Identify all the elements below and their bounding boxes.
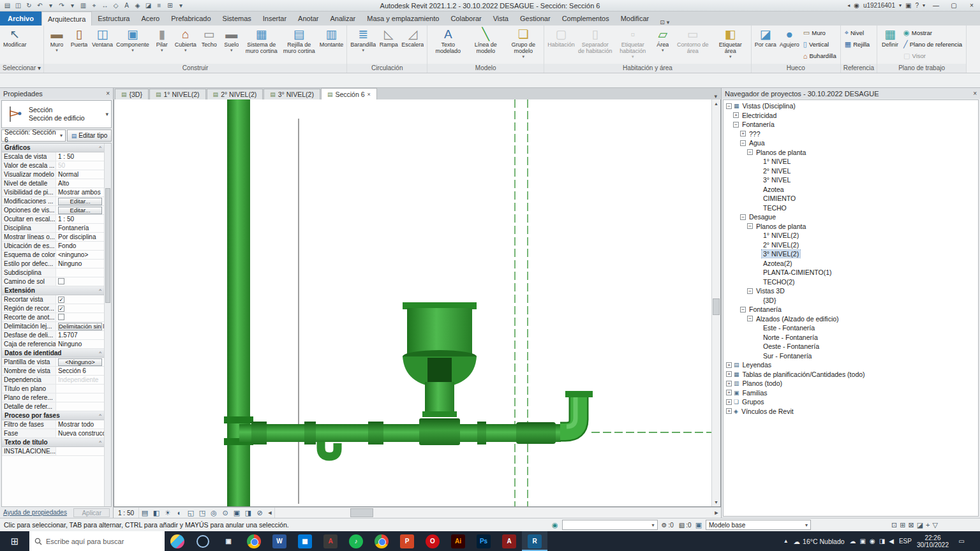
tee-fitting[interactable] — [419, 418, 460, 445]
signin-arrow-icon[interactable]: ◂ — [847, 3, 850, 8]
scroll-right-icon[interactable]: ► — [712, 510, 721, 516]
undo-icon[interactable]: ↶ — [34, 1, 45, 11]
vertical-drain-pipe[interactable] — [227, 99, 250, 507]
button-ventana[interactable]: ◫Ventana — [91, 26, 114, 64]
help-button[interactable]: ? — [915, 2, 919, 9]
tab-gestionar[interactable]: Gestionar — [514, 11, 556, 26]
taskbar-app-task-view[interactable]: ▣ — [216, 531, 241, 551]
button-nivel[interactable]: ⌖Nivel — [843, 27, 872, 38]
properties-scrollbar[interactable] — [104, 143, 111, 506]
select-links-icon[interactable]: ⊡ — [891, 521, 897, 529]
button-linea-de-modelo[interactable]: ╲Línea de modelo — [467, 26, 504, 64]
button-sistema-de-muro-cortina[interactable]: ▦Sistema de muro cortina — [243, 26, 280, 64]
button-cubierta[interactable]: ⌂Cubierta▾ — [174, 26, 198, 64]
taskbar-app-powerpoint[interactable]: P — [394, 531, 420, 551]
view-tab-3d[interactable]: ▤{3D} — [115, 89, 149, 99]
property-section-texto-de-titulo[interactable]: Texto de título^ — [2, 438, 104, 447]
horizontal-scrollbar[interactable] — [274, 508, 712, 518]
pipe-coupling[interactable] — [304, 422, 316, 444]
tab-arquitectura[interactable]: Arquitectura — [41, 11, 92, 26]
scroll-up-icon[interactable]: ▲ — [712, 99, 720, 108]
tree-item-leyendas[interactable]: +▤Leyendas — [724, 360, 978, 370]
start-button[interactable]: ⊞ — [0, 531, 29, 551]
tree-item-vistas-3d[interactable]: −Vistas 3D — [724, 286, 978, 296]
checkbox-recorte-de-anot[interactable] — [58, 314, 64, 320]
language-indicator[interactable]: ESP — [899, 538, 912, 545]
tree-item-planta-cimiento-1[interactable]: PLANTA-CIMIENTO(1) — [724, 268, 978, 277]
elbow-flange[interactable] — [565, 391, 593, 397]
sync-icon[interactable]: ↻ — [24, 1, 34, 11]
tree-item-alzados-alzado-de-edificio[interactable]: −Alzados (Alzado de edificio) — [724, 314, 978, 324]
collapse-icon[interactable]: − — [747, 149, 753, 155]
button-area[interactable]: ▱Área▾ — [652, 26, 674, 64]
taskbar-app-photoshop[interactable]: Ps — [471, 531, 496, 551]
volume-icon[interactable]: ◀ — [889, 538, 894, 545]
tree-item-techo-2[interactable]: TECHO(2) — [724, 277, 978, 287]
property-value-escala-de-vista[interactable]: 1 : 50 — [56, 152, 104, 161]
detail-level-icon[interactable]: ▤ — [139, 508, 151, 518]
visual-style-icon[interactable]: ◧ — [151, 508, 162, 518]
user-account-button[interactable]: u19216401 — [863, 2, 895, 9]
property-value-fase[interactable]: Nueva construcc... — [56, 429, 104, 437]
aligned-dimension-icon[interactable]: ↔ — [100, 1, 110, 11]
taskbar-app-acrobat[interactable]: A — [318, 531, 343, 551]
print-icon[interactable]: ▥ — [78, 1, 89, 11]
tab-complementos[interactable]: Complementos — [556, 11, 615, 26]
properties-scrollbar-thumb[interactable] — [105, 188, 110, 303]
tree-item-fontaneria[interactable]: −Fontanería — [724, 120, 978, 129]
ribbon-display-options[interactable]: ⊡▾ — [660, 19, 669, 26]
tree-item-fontaneria[interactable]: −Fontanería — [724, 305, 978, 314]
expand-icon[interactable]: + — [740, 131, 746, 136]
vertical-scrollbar[interactable]: ▲ ▼ — [711, 99, 720, 506]
expand-icon[interactable]: + — [726, 408, 732, 414]
properties-close-icon[interactable]: × — [106, 90, 110, 97]
tree-item-cimiento[interactable]: CIMIENTO — [724, 194, 978, 203]
maximize-button[interactable]: ▢ — [947, 1, 961, 11]
tree-item-techo[interactable]: TECHO — [724, 203, 978, 213]
property-value-subdisciplina[interactable] — [56, 268, 104, 277]
collapse-icon[interactable]: − — [740, 140, 746, 146]
button-grupo-de-modelo[interactable]: ❏Grupo de modelo▾ — [505, 26, 542, 64]
property-value-disciplina[interactable]: Fontanería — [56, 224, 104, 232]
show-analytical-model-icon[interactable]: ◨ — [242, 508, 254, 518]
button-puerta[interactable]: ▯Puerta — [68, 26, 90, 64]
collapse-icon[interactable]: − — [747, 288, 753, 294]
select-by-face-icon[interactable]: ◪ — [917, 521, 923, 529]
collapse-icon[interactable]: − — [726, 103, 732, 109]
hidden-icons-button[interactable]: ▲ — [783, 538, 789, 544]
p-trap[interactable] — [321, 442, 338, 457]
location-icon[interactable]: ◉ — [870, 538, 875, 545]
button-escalera[interactable]: ◿Escalera — [400, 26, 425, 64]
collapse-icon[interactable]: − — [740, 214, 746, 220]
funnel-body[interactable] — [407, 308, 472, 356]
property-section-datos-de-identidad[interactable]: Datos de identidad^ — [2, 349, 104, 358]
taskbar-app-cortana[interactable] — [190, 531, 216, 551]
type-selector-dropdown-icon[interactable]: ▾ — [105, 111, 110, 117]
taskbar-app-word[interactable]: W — [267, 531, 292, 551]
expand-icon[interactable]: + — [726, 362, 732, 368]
tree-item-3-nivel[interactable]: 3° NIVEL — [724, 175, 978, 185]
button-definir[interactable]: ▦Definir — [879, 26, 901, 64]
checkbox-recortar-vista[interactable]: ✓ — [58, 297, 64, 303]
properties-help-link[interactable]: Ayuda de propiedades — [3, 509, 67, 516]
view-tab-2-nivel-2[interactable]: ▤2° NIVEL(2) — [207, 89, 264, 99]
tree-item-planos-de-planta[interactable]: −Planos de planta — [724, 148, 978, 158]
taskbar-app-calendar[interactable]: ▦ — [292, 531, 318, 551]
minimize-button[interactable]: — — [929, 1, 943, 11]
pipe-coupling[interactable] — [251, 422, 267, 444]
property-value-estilo-por-defec[interactable]: Ninguno — [56, 260, 104, 268]
workset-dropdown[interactable]: ▾ — [562, 520, 658, 530]
tree-item-azotea[interactable]: Azotea — [724, 185, 978, 195]
save-icon[interactable]: ◫ — [13, 1, 24, 11]
pipe-coupling[interactable] — [368, 422, 383, 444]
property-value-filtro-de-fases[interactable]: Mostrar todo — [56, 420, 104, 429]
property-value-desfase-de-deli[interactable]: 1.5707 — [56, 331, 104, 339]
tab-modificar[interactable]: Modificar — [615, 11, 655, 26]
crop-view-icon[interactable]: ◱ — [185, 508, 197, 518]
edit-type-button[interactable]: ▤ Editar tipo — [67, 129, 112, 142]
pipe-coupling[interactable] — [224, 416, 253, 423]
tab-archivo[interactable]: Archivo — [0, 11, 41, 26]
view-tab-3-nivel-2[interactable]: ▤3° NIVEL(2) — [264, 89, 320, 99]
property-value-caja-de-referencia[interactable]: Ninguno — [56, 340, 104, 348]
instance-selector[interactable]: Sección: Sección 6 ▾ — [1, 129, 66, 142]
